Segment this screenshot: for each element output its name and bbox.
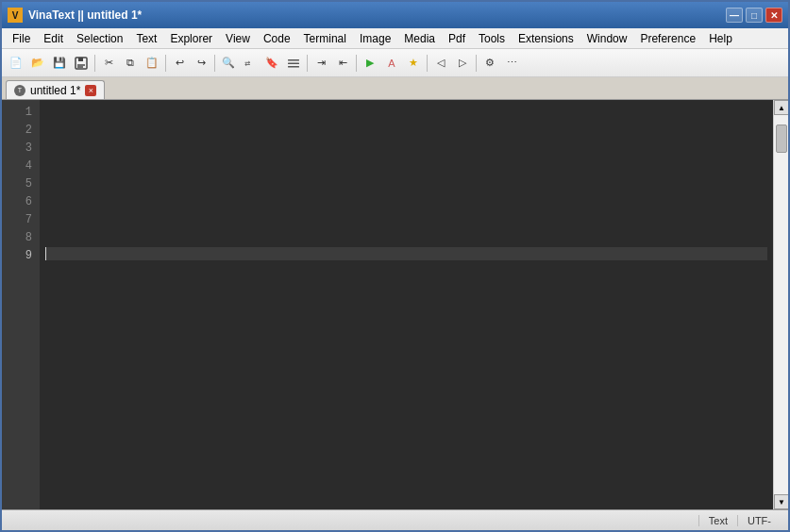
tab-file-icon: T (14, 85, 25, 96)
editor-line (45, 175, 767, 193)
scroll-up-button[interactable]: ▲ (774, 100, 788, 115)
menu-bar: File Edit Selection Text Explorer View C… (2, 28, 788, 49)
separator-1 (94, 55, 95, 72)
star-button[interactable]: ★ (403, 53, 424, 74)
line-number: 2 (2, 122, 32, 140)
editor-line (45, 158, 767, 175)
line-number: 3 (2, 140, 32, 158)
line-number: 6 (2, 193, 32, 211)
maximize-button[interactable]: □ (746, 8, 763, 23)
line-number: 9 (2, 247, 32, 265)
separator-3 (214, 55, 215, 72)
app-icon: V (8, 8, 23, 23)
status-bar: Text UTF- (2, 509, 788, 530)
svg-rect-5 (288, 59, 299, 61)
editor-line (45, 193, 767, 211)
editor[interactable] (40, 100, 773, 509)
extra-button[interactable]: ⋯ (501, 53, 522, 74)
line-number: 7 (2, 211, 32, 229)
next-tab-button[interactable]: ▷ (452, 53, 473, 74)
scroll-thumb[interactable] (776, 125, 787, 153)
tab-bar: T untitled 1* × (2, 77, 788, 100)
editor-line (45, 140, 767, 158)
scroll-track[interactable] (774, 115, 788, 494)
menu-selection[interactable]: Selection (70, 30, 129, 47)
open-file-button[interactable]: 📂 (27, 53, 48, 74)
editor-content[interactable] (40, 100, 773, 264)
editor-line (45, 122, 767, 140)
svg-rect-6 (288, 62, 299, 64)
cut-button[interactable]: ✂ (98, 53, 119, 74)
new-file-button[interactable]: 📄 (6, 53, 26, 74)
window-controls: — □ ✕ (726, 8, 782, 23)
editor-line (45, 229, 767, 247)
bookmark-button[interactable]: 🔖 (261, 53, 282, 74)
svg-rect-1 (78, 58, 83, 61)
separator-6 (427, 55, 428, 72)
tab-untitled1[interactable]: T untitled 1* × (6, 80, 105, 99)
svg-rect-7 (288, 66, 299, 68)
settings-button[interactable]: ⚙ (479, 53, 500, 74)
indent-button[interactable]: ⇥ (311, 53, 331, 74)
outdent-button[interactable]: ⇤ (332, 53, 353, 74)
status-text-mode: Text (698, 515, 737, 526)
editor-container: 1 2 3 4 5 6 7 8 9 (2, 100, 788, 509)
menu-code[interactable]: Code (257, 30, 297, 47)
separator-4 (307, 55, 308, 72)
editor-line (45, 104, 767, 122)
highlight-button[interactable]: A (381, 53, 402, 74)
svg-text:⇄: ⇄ (244, 58, 250, 68)
menu-extensions[interactable]: Extensions (512, 30, 580, 47)
main-window: V VinaText || untitled 1* — □ ✕ File Edi… (0, 0, 790, 532)
find-button[interactable]: 🔍 (218, 53, 239, 74)
menu-explorer[interactable]: Explorer (163, 30, 219, 47)
save-button[interactable]: 💾 (49, 53, 70, 74)
separator-5 (356, 55, 357, 72)
undo-button[interactable]: ↩ (169, 53, 190, 74)
close-button[interactable]: ✕ (765, 8, 782, 23)
menu-help[interactable]: Help (702, 30, 739, 47)
prev-tab-button[interactable]: ◁ (430, 53, 451, 74)
line-number: 4 (2, 158, 32, 175)
menu-text[interactable]: Text (129, 30, 163, 47)
line-numbers: 1 2 3 4 5 6 7 8 9 (2, 100, 40, 509)
tab-label: untitled 1* (30, 84, 80, 97)
menu-view[interactable]: View (219, 30, 257, 47)
tab-close-button[interactable]: × (85, 85, 96, 96)
paste-button[interactable]: 📋 (142, 53, 162, 74)
replace-button[interactable]: ⇄ (240, 53, 261, 74)
menu-window[interactable]: Window (580, 30, 634, 47)
run-button[interactable]: ▶ (360, 53, 380, 74)
separator-7 (476, 55, 477, 72)
save-all-button[interactable] (71, 53, 92, 74)
line-number: 1 (2, 104, 32, 122)
line-number: 5 (2, 175, 32, 193)
separator-2 (165, 55, 166, 72)
menu-file[interactable]: File (6, 30, 37, 47)
title-bar: V VinaText || untitled 1* — □ ✕ (2, 2, 788, 28)
redo-button[interactable]: ↪ (191, 53, 211, 74)
current-editor-line (45, 247, 767, 260)
menu-tools[interactable]: Tools (472, 30, 512, 47)
menu-image[interactable]: Image (353, 30, 397, 47)
menu-edit[interactable]: Edit (37, 30, 70, 47)
minimize-button[interactable]: — (726, 8, 743, 23)
vertical-scrollbar[interactable]: ▲ ▼ (773, 100, 788, 509)
menu-terminal[interactable]: Terminal (297, 30, 353, 47)
text-cursor (45, 247, 46, 260)
editor-line (45, 211, 767, 229)
line-number: 8 (2, 229, 32, 247)
menu-preference[interactable]: Preference (633, 30, 702, 47)
menu-media[interactable]: Media (397, 30, 442, 47)
status-encoding: UTF- (737, 515, 781, 526)
copy-button[interactable]: ⧉ (120, 53, 141, 74)
menu-pdf[interactable]: Pdf (442, 30, 472, 47)
window-title: VinaText || untitled 1* (28, 8, 726, 22)
more-button[interactable] (283, 53, 304, 74)
toolbar: 📄 📂 💾 ✂ ⧉ 📋 ↩ ↪ 🔍 ⇄ 🔖 (2, 49, 788, 77)
scroll-down-button[interactable]: ▼ (774, 494, 788, 509)
